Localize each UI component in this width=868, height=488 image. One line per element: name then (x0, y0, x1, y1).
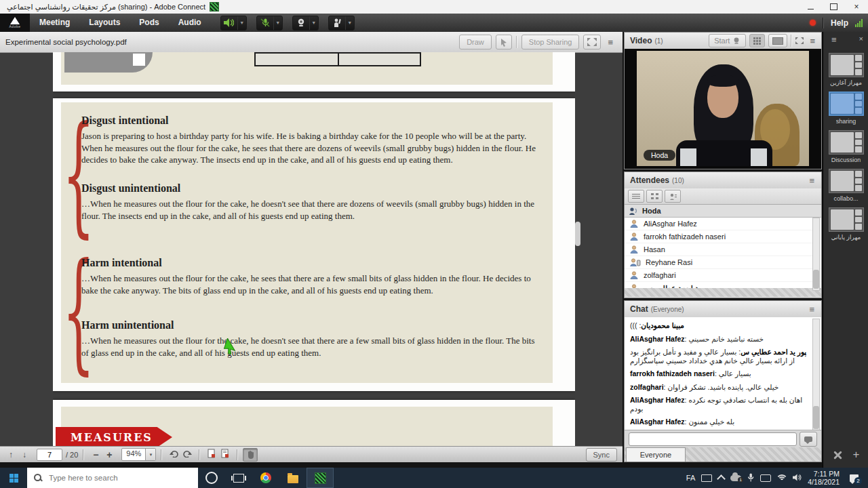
webcam-button[interactable]: ▼ (292, 16, 319, 30)
page-down-button[interactable]: ↓ (18, 450, 31, 460)
pointer-tool-button[interactable] (496, 35, 512, 49)
layout-item[interactable]: مهراز آغازين (823, 53, 868, 86)
video-pod-options-icon[interactable]: ≡ (807, 36, 818, 46)
tray-expand-icon[interactable] (717, 474, 726, 483)
search-input[interactable] (47, 473, 172, 483)
attendee-list-view-button[interactable] (628, 190, 644, 203)
menu-layouts[interactable]: Layouts (79, 14, 130, 32)
help-menu[interactable]: Help (831, 18, 848, 28)
tools-icon[interactable] (833, 450, 842, 460)
start-webcam-button[interactable]: Start (709, 34, 746, 47)
filmstrip-view-button[interactable] (768, 34, 787, 47)
attendee-grid-view-button[interactable] (646, 190, 663, 203)
pod-options-icon[interactable]: ≡ (605, 37, 616, 47)
attendee-row[interactable]: Hasan (625, 243, 821, 256)
menu-audio[interactable]: Audio (169, 14, 211, 32)
speaker-button[interactable]: ▼ (220, 16, 247, 30)
draw-button[interactable]: Draw (459, 35, 492, 49)
display-icon[interactable] (760, 474, 771, 482)
pan-tool-button[interactable] (243, 448, 258, 462)
stop-sharing-button[interactable]: Stop Sharing (521, 35, 580, 49)
start-button[interactable] (0, 468, 27, 488)
tray-microphone-icon[interactable] (747, 473, 754, 483)
zoom-dropdown-icon[interactable]: ▼ (145, 449, 155, 460)
layouts-panel-close-icon[interactable]: × (859, 35, 863, 45)
raise-hand-button[interactable]: ▼ (328, 16, 355, 30)
attendee-status-view-button[interactable] (665, 190, 681, 203)
attendee-row[interactable]: AliAsghar Hafez (625, 218, 821, 230)
grid-view-button[interactable] (749, 34, 765, 47)
export-page-button[interactable] (205, 449, 218, 460)
zoom-level-select[interactable]: 94% ▼ (121, 448, 156, 461)
chat-pod-options-icon[interactable]: ≡ (806, 304, 817, 314)
zoom-out-button[interactable]: − (89, 449, 102, 460)
attendee-row[interactable]: farrokh fathizadeh naseri (625, 230, 821, 243)
section-heading: Disgust unintentional (81, 182, 537, 195)
section-body: …When he measures out the flour for the … (81, 198, 537, 222)
send-message-button[interactable] (800, 432, 817, 447)
file-explorer-button[interactable] (279, 468, 307, 488)
add-layout-icon[interactable]: + (853, 450, 860, 460)
adobe-connect-taskbar-button[interactable] (307, 468, 334, 488)
minimize-button[interactable] (799, 0, 822, 14)
pdf-page-area[interactable]: { { Disgust intentional Jason is prepari… (53, 52, 575, 447)
pdf-scrollbar[interactable] (575, 52, 580, 447)
menu-meeting[interactable]: Meeting (30, 14, 79, 32)
divider (516, 36, 517, 48)
page-number-input[interactable] (37, 449, 62, 461)
layout-thumbnail (829, 92, 864, 116)
rotate-right-button[interactable] (180, 449, 194, 460)
raise-hand-dropdown[interactable]: ▼ (345, 16, 354, 30)
layout-thumbnail (829, 169, 864, 193)
tab-everyone[interactable]: Everyone (626, 447, 686, 462)
rotate-left-button[interactable] (167, 449, 180, 460)
pod-resize-area[interactable] (625, 288, 821, 297)
video-fullscreen-button[interactable] (795, 35, 804, 47)
microphone-icon (257, 16, 273, 30)
sync-button[interactable]: Sync (586, 448, 617, 462)
webcam-icon (293, 16, 309, 30)
speaker-dropdown[interactable]: ▼ (237, 16, 246, 30)
zoom-in-button[interactable]: + (102, 449, 116, 460)
keyboard-icon[interactable] (701, 474, 712, 482)
attendees-pod-options-icon[interactable]: ≡ (806, 176, 817, 186)
layout-item-selected[interactable]: sharing (823, 92, 868, 125)
taskbar-clock[interactable]: 7:11 PM 4/18/2021 (808, 470, 840, 486)
onedrive-icon[interactable]: 1 (730, 475, 741, 481)
language-indicator[interactable]: FA (686, 474, 695, 482)
layout-item[interactable]: Discussion (823, 130, 868, 163)
chat-scrollbar[interactable] (812, 319, 820, 431)
cortana-button[interactable] (198, 468, 225, 488)
maximize-button[interactable] (822, 0, 845, 14)
chat-message-input[interactable] (629, 432, 797, 446)
document-info-button[interactable] (218, 449, 232, 460)
layout-item[interactable]: مهراز پاياني (823, 207, 868, 241)
microphone-button[interactable]: ▼ (256, 16, 283, 30)
webcam-dropdown[interactable]: ▼ (309, 16, 318, 30)
raise-hand-icon (329, 16, 345, 30)
chat-bubble-icon (804, 436, 812, 442)
fullscreen-button[interactable] (583, 35, 601, 49)
attendees-pod: Attendees (10) ≡ Hoda AliAsghar Hafez (624, 171, 822, 298)
recording-indicator-icon (810, 20, 816, 26)
notification-center-icon[interactable]: 2 (850, 474, 859, 482)
wifi-icon[interactable] (777, 474, 787, 481)
menu-pods[interactable]: Pods (130, 14, 168, 32)
attendee-row[interactable]: Reyhane Rasi (625, 256, 821, 269)
chrome-taskbar-button[interactable] (252, 468, 279, 488)
attendee-host-row[interactable]: Hoda (625, 205, 821, 218)
close-button[interactable]: × (845, 0, 868, 14)
layout-item[interactable]: collabo... (823, 169, 868, 202)
chat-messages[interactable]: مبينا محموديان: ((( AliAsghar Hafez: خست… (625, 317, 821, 431)
page-up-button[interactable]: ↑ (4, 450, 18, 460)
layout-label: مهراز پاياني (831, 234, 861, 241)
chrome-icon (260, 472, 271, 483)
volume-icon[interactable] (793, 474, 802, 483)
taskbar-search[interactable] (27, 468, 198, 488)
attendees-scrollbar[interactable] (812, 218, 820, 291)
microphone-dropdown[interactable]: ▼ (273, 16, 282, 30)
attendee-row[interactable]: zolfaghari (625, 269, 821, 282)
task-view-button[interactable] (225, 468, 252, 488)
layouts-panel-options-icon[interactable]: ≡ (829, 35, 840, 45)
section-heading: Harm intentional (81, 257, 537, 269)
